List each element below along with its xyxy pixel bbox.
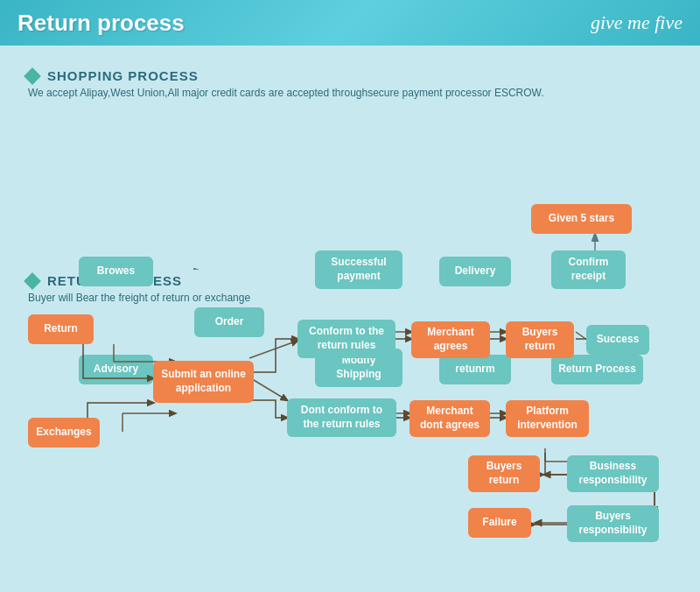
buyers-return2-box: Buyers return: [468, 455, 540, 492]
return-flow: Return Submit an online application Exch…: [26, 313, 682, 571]
platform-box: Platform intervention: [506, 400, 589, 437]
svg-line-15: [249, 341, 298, 358]
merchant-dont-box: Merchant dont agrees: [410, 400, 490, 437]
delivery-box: Delivery: [439, 257, 511, 286]
conform-box: Conform to the return rules: [298, 320, 396, 358]
header: Return process give me five: [0, 0, 700, 46]
return-subtitle: Buyer will Bear the freight of return or…: [28, 292, 674, 304]
shopping-title: SHOPPING PROCESS: [47, 68, 199, 83]
shopping-subtitle: We accept Alipay,West Union,All major cr…: [28, 87, 674, 99]
browes-box: Browes: [79, 257, 153, 286]
confirm-box: Confirm receipt: [551, 250, 626, 289]
diamond-icon2: [24, 272, 41, 290]
buyers-return1-box: Buyers return: [506, 321, 574, 358]
dont-conform-box: Dont conform to the return rules: [287, 398, 396, 437]
shopping-section-header: SHOPPING PROCESS: [26, 68, 674, 83]
successful-box: Successful payment: [315, 250, 402, 289]
diamond-icon: [24, 67, 41, 85]
business-resp-box: Business responsibility: [567, 455, 659, 492]
exchanges-box: Exchanges: [28, 418, 100, 448]
shopping-flow: Given 5 stars Browes Successful payment …: [26, 108, 674, 270]
page-title: Return process: [18, 10, 185, 37]
failure-box: Failure: [468, 508, 531, 538]
return-box: Return: [28, 314, 94, 344]
merchant-agrees-box: Merchant agrees: [411, 321, 490, 358]
svg-line-21: [249, 377, 287, 400]
logo: give me five: [591, 11, 682, 34]
buyers-resp-box: Buyers responsibility: [567, 505, 659, 542]
success-box: Success: [586, 325, 649, 355]
main-content: SHOPPING PROCESS We accept Alipay,West U…: [0, 46, 700, 592]
shopping-arrows: [26, 108, 674, 270]
submit-app-box: Submit an online application: [153, 361, 254, 403]
given5-box: Given 5 stars: [531, 204, 632, 234]
